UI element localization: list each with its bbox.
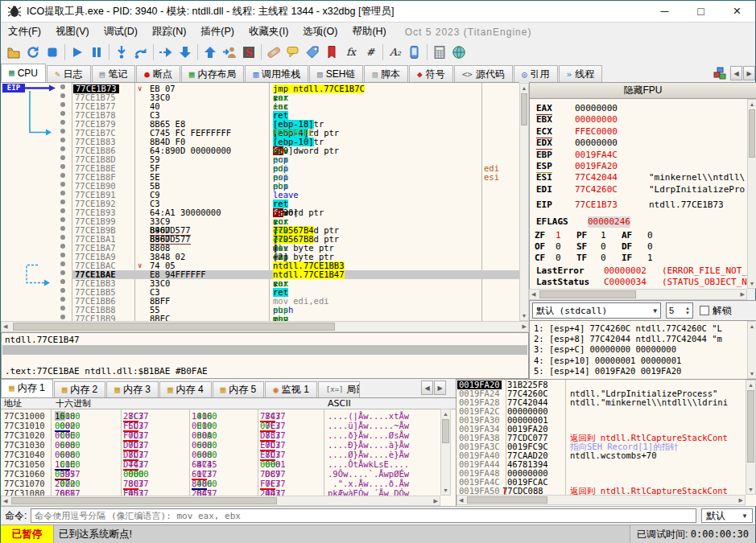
- menu-item[interactable]: 帮助(H): [345, 23, 393, 41]
- tab-scroll-right-icon[interactable]: ▶: [743, 66, 755, 80]
- flags-row[interactable]: CF0TF0IF1: [530, 253, 747, 264]
- last-status-row[interactable]: LastStatusC0000034(STATUS_OBJECT_NA: [530, 277, 747, 288]
- breakpoint-dot[interactable]: [60, 191, 65, 195]
- breakpoint-dot[interactable]: [60, 138, 65, 142]
- breakpoint-dot[interactable]: [60, 173, 65, 178]
- restart-icon[interactable]: [23, 43, 43, 61]
- patch-icon[interactable]: [264, 43, 283, 61]
- stack-row[interactable]: 0019FA340019FA20: [456, 425, 746, 434]
- stack-row[interactable]: 0019FA4800000000: [456, 469, 746, 478]
- breakpoint-dot[interactable]: [60, 164, 65, 169]
- argument-row[interactable]: 2: [esp+8] 77C42044 ntdll.77C42044 "m: [534, 334, 746, 344]
- breakpoint-dot[interactable]: [60, 129, 65, 134]
- register-row[interactable]: EDI77C4260C"LdrpInitializePro: [530, 184, 747, 195]
- dump-row[interactable]: 77C3106000 39 D5 7700 00 00 0060 17 C3 7…: [1, 469, 440, 479]
- tab-seh-chain[interactable]: ▧SEH链: [309, 65, 363, 82]
- calling-convention-select[interactable]: 默认 (stdcall) ▼: [532, 302, 661, 319]
- bookmarks-icon[interactable]: [322, 43, 341, 61]
- tab-memory-map[interactable]: ▦内存布局: [181, 65, 245, 82]
- register-row[interactable]: EAX00000000: [530, 103, 747, 114]
- breakpoint-dot[interactable]: [60, 146, 65, 151]
- tab-watch[interactable]: ◉监视 1: [265, 381, 317, 397]
- breakpoint-dot[interactable]: [60, 288, 65, 293]
- flags-row[interactable]: OF0SF0DF0: [530, 241, 747, 253]
- breakpoint-dot[interactable]: [60, 306, 65, 311]
- menu-item[interactable]: 调试(D): [97, 23, 145, 41]
- comments-icon[interactable]: [283, 43, 303, 61]
- breakpoint-dot[interactable]: [60, 93, 65, 98]
- stop-icon[interactable]: [43, 43, 62, 61]
- assemble-icon[interactable]: A₂: [386, 43, 405, 61]
- last-error-row[interactable]: LastError00000002(ERROR_FILE_NOT_F: [530, 265, 747, 277]
- tab-breakpoints[interactable]: ●断点: [136, 65, 180, 82]
- tab-cpu[interactable]: ▦CPU: [1, 64, 46, 82]
- arguments-vscrollbar[interactable]: ▲ ▼: [747, 321, 756, 379]
- menu-item[interactable]: 收藏夹(I): [242, 23, 295, 41]
- minimize-button[interactable]: ─: [647, 1, 683, 22]
- stack-row[interactable]: 0019FA2031B225F8: [456, 381, 746, 389]
- stack-row[interactable]: 0019FA3000000001: [456, 416, 746, 425]
- breakpoint-dot[interactable]: [60, 208, 65, 213]
- command-profile-select[interactable]: 默认 ▼: [701, 508, 753, 523]
- register-row[interactable]: ESI77C42044"minkernel\\ntdll\: [530, 172, 747, 183]
- flags-row[interactable]: ZF1PF1AF0: [530, 230, 747, 241]
- disassembly-view[interactable]: 77CE1B73∨EB 07jmp ntdll.77CE1B7C77CE1B75…: [1, 82, 519, 321]
- stack-panel[interactable]: 0019FA2031B225F80019FA2477C4260Cntdll."L…: [456, 379, 756, 506]
- breakpoint-dot[interactable]: [60, 182, 65, 187]
- tab-references[interactable]: ◎引用: [514, 65, 558, 82]
- arguments-panel[interactable]: 1: [esp+4] 77C4260C ntdll.77C4260C "L2: …: [529, 321, 747, 379]
- stack-row[interactable]: 0019FA2C00000000: [456, 407, 746, 416]
- dump-row[interactable]: 77C3100016 00 18 0028 7C C3 7714 00 16 0…: [1, 411, 440, 421]
- spinner-arrows-icon[interactable]: ▲▼: [685, 306, 690, 315]
- stack-row[interactable]: 0019FA4C0019FCAC: [456, 478, 746, 487]
- open-file-icon[interactable]: [4, 43, 23, 61]
- pause-icon[interactable]: [87, 43, 106, 61]
- tab-script[interactable]: ▨脚本: [364, 65, 408, 82]
- breakpoint-dot[interactable]: [60, 279, 65, 284]
- tab-call-stack[interactable]: ▥调用堆栈: [245, 65, 308, 82]
- tab-dump[interactable]: ▦内存 4: [159, 381, 212, 397]
- breakpoint-dot[interactable]: [60, 261, 65, 266]
- stack-vscrollbar[interactable]: ▲ ▼: [746, 380, 756, 495]
- step-into-icon[interactable]: [112, 43, 131, 61]
- breakpoint-dot[interactable]: [60, 315, 65, 319]
- breakpoint-dot[interactable]: [60, 226, 65, 231]
- breakpoint-dot[interactable]: [60, 217, 65, 222]
- argument-row[interactable]: 1: [esp+4] 77C4260C ntdll.77C4260C "L: [534, 323, 746, 334]
- breakpoint-dot[interactable]: [60, 120, 65, 125]
- dump-tab-scroll-right-icon[interactable]: ▶: [434, 381, 446, 395]
- dump-vscrollbar[interactable]: ▲ ▼: [440, 409, 451, 496]
- menu-item[interactable]: 文件(F): [1, 23, 48, 41]
- tab-notes[interactable]: ▤笔记: [92, 65, 136, 82]
- dump-row[interactable]: 77C310200C 00 0E 00F0 7D C3 7708 00 0A 0…: [1, 430, 440, 440]
- dump-row[interactable]: 77C3107020 00 22 0078 80 C3 7784 00 86 0…: [1, 479, 440, 488]
- stack-row[interactable]: 0019FA3877CDC077返回到 ntdll.RtlCaptureStac…: [456, 434, 746, 442]
- registers-panel[interactable]: EAX00000000EBX00000000ECXFFEC0000EDX0000…: [529, 99, 747, 289]
- tab-dump[interactable]: ▦内存 3: [106, 381, 159, 397]
- animate-icon[interactable]: S: [239, 43, 258, 61]
- step-out-icon[interactable]: [200, 43, 220, 61]
- stack-row[interactable]: 0019FA4446781394: [456, 460, 746, 469]
- register-row[interactable]: EBP0019FA4C: [530, 150, 747, 161]
- argument-row[interactable]: 4: [esp+10] 00000001 00000001: [534, 356, 746, 366]
- dump-row[interactable]: 77C310501C 00 1E 00D4 74 C3 776B 4C 73 4…: [1, 459, 440, 469]
- breakpoint-dot[interactable]: [60, 84, 65, 89]
- stack-row[interactable]: 0019FA2477C4260Cntdll."LdrpInitializePro…: [456, 389, 746, 398]
- breakpoint-dot[interactable]: [60, 102, 65, 107]
- execute-till-return-icon[interactable]: [176, 43, 195, 61]
- dump-row[interactable]: 77C3101000 00 02 00FC 5D C3 770E 00 10 0…: [1, 421, 440, 430]
- tab-dump[interactable]: ▦内存 5: [213, 381, 265, 397]
- hash-icon[interactable]: #: [361, 43, 380, 61]
- breakpoint-dot[interactable]: [60, 270, 65, 275]
- breakpoint-dot[interactable]: [60, 235, 65, 240]
- stack-row[interactable]: 0019FA4077CAAD20ntdll.wcstombs+70: [456, 451, 746, 460]
- tab-symbols[interactable]: ◆符号: [409, 65, 453, 82]
- command-input[interactable]: [31, 508, 696, 523]
- run-to-user-code-icon[interactable]: [220, 43, 239, 61]
- breakpoint-dot[interactable]: [60, 244, 65, 249]
- tab-source[interactable]: <>源代码: [454, 65, 513, 82]
- run-to-cursor-icon[interactable]: [156, 43, 176, 61]
- register-row[interactable]: EBX00000000: [530, 114, 747, 125]
- handles-icon[interactable]: [710, 64, 729, 82]
- memory-dump-panel[interactable]: 地址十六进制ASCII 77C3100016 00 18 0028 7C C3 …: [1, 397, 456, 506]
